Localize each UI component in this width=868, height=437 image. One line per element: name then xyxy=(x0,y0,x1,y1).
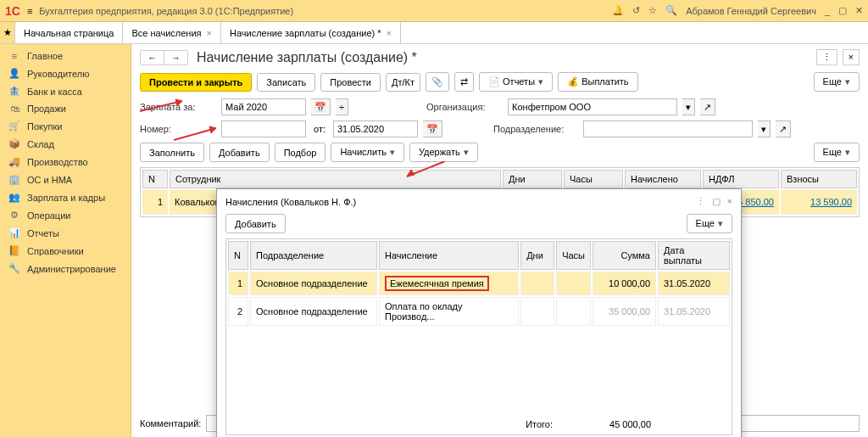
number-label: Номер: xyxy=(140,124,216,134)
table-toolbar: Заполнить Добавить Подбор Начислить▾ Уде… xyxy=(140,143,860,162)
gear-icon: ⚙ xyxy=(8,210,20,221)
user-name[interactable]: Абрамов Геннадий Сергеевич xyxy=(686,6,816,16)
withhold-button[interactable]: Удержать▾ xyxy=(409,143,478,162)
calendar-icon[interactable]: 📅 xyxy=(423,120,442,137)
attach-icon[interactable]: 📎 xyxy=(426,72,449,92)
org-input[interactable] xyxy=(508,98,677,115)
modal-more-button[interactable]: Еще▾ xyxy=(687,214,732,233)
kebab-icon[interactable]: ⋮ xyxy=(816,49,837,65)
post-and-close-button[interactable]: Провести и закрыть xyxy=(140,73,252,92)
accruals-table[interactable]: N Подразделение Начисление Дни Часы Сумм… xyxy=(225,238,732,435)
sidebar: ≡Главное 👤Руководителю 🏦Банк и касса 🛍Пр… xyxy=(0,44,131,437)
accrual-type-cell: Ежемесячная премия xyxy=(385,276,489,291)
topbar: 1С ≡ Бухгалтерия предприятия, редакция 3… xyxy=(0,0,868,22)
sidebar-item-stock[interactable]: 📦Склад xyxy=(0,135,131,153)
tab-start[interactable]: Начальная страница xyxy=(15,22,123,43)
sidebar-item-manager[interactable]: 👤Руководителю xyxy=(0,64,131,82)
sidebar-item-operations[interactable]: ⚙Операции xyxy=(0,206,131,224)
minimize-icon[interactable]: _ xyxy=(825,6,830,16)
page-title: Начисление зарплаты (создание) * xyxy=(197,50,417,65)
from-label: от: xyxy=(311,124,328,134)
sidebar-item-production[interactable]: 🚚Производство xyxy=(0,153,131,171)
chart-icon: 📊 xyxy=(8,227,20,238)
totals-row: Итого: 45 000,00 xyxy=(228,414,730,433)
exchange-icon[interactable]: ⇄ xyxy=(454,72,474,92)
close-icon[interactable]: × xyxy=(387,28,392,38)
nav-forward-icon[interactable]: → xyxy=(164,51,187,64)
nav-arrows: ← → xyxy=(140,50,188,65)
division-input[interactable] xyxy=(583,120,753,137)
box-icon: 📦 xyxy=(8,138,20,149)
bag-icon: 🛍 xyxy=(8,104,20,114)
tab-home-marker[interactable]: ★ xyxy=(0,22,15,43)
menu-icon[interactable]: ≡ xyxy=(27,6,32,16)
sidebar-item-main[interactable]: ≡Главное xyxy=(0,48,131,64)
maximize-icon[interactable]: ▢ xyxy=(712,196,721,207)
stepper-icon[interactable]: ÷ xyxy=(336,98,348,115)
sidebar-item-admin[interactable]: 🔧Администрирование xyxy=(0,260,131,277)
book-icon: 📙 xyxy=(8,245,20,256)
number-input[interactable] xyxy=(221,120,306,137)
sidebar-item-reports[interactable]: 📊Отчеты xyxy=(0,224,131,242)
select-button[interactable]: Подбор xyxy=(275,143,326,162)
bank-icon: 🏦 xyxy=(8,86,20,97)
dropdown-icon[interactable]: ▾ xyxy=(758,120,771,137)
cart-icon: 🛒 xyxy=(8,120,20,132)
table-row[interactable]: 1 Основное подразделение Ежемесячная пре… xyxy=(228,272,730,295)
fill-button[interactable]: Заполнить xyxy=(140,143,204,162)
add-button[interactable]: Добавить xyxy=(209,143,270,162)
people-icon: 👥 xyxy=(8,192,20,203)
truck-icon: 🚚 xyxy=(8,156,20,167)
open-icon[interactable]: ↗ xyxy=(776,120,791,137)
calendar-icon[interactable]: 📅 xyxy=(311,98,331,115)
pay-button[interactable]: 💰 Выплатить xyxy=(558,72,638,92)
search-icon[interactable]: 🔍 xyxy=(665,5,677,16)
division-label: Подразделение: xyxy=(493,124,578,134)
wrench-icon: 🔧 xyxy=(8,263,20,274)
post-button[interactable]: Провести xyxy=(320,73,381,92)
list-icon: ≡ xyxy=(8,51,20,61)
org-label: Организация: xyxy=(426,102,503,112)
app-title: Бухгалтерия предприятия, редакция 3.0 (1… xyxy=(39,6,612,16)
logo-1c: 1С xyxy=(5,4,20,18)
comment-label: Комментарий: xyxy=(140,418,201,429)
dt-kt-icon[interactable]: Дт/Кт xyxy=(386,73,420,92)
contrib-link: 13 590,00 xyxy=(810,197,852,207)
sidebar-item-directories[interactable]: 📙Справочники xyxy=(0,242,131,260)
sidebar-item-purchases[interactable]: 🛒Покупки xyxy=(0,117,131,135)
salary-for-input[interactable] xyxy=(221,98,306,115)
more-button[interactable]: Еще▾ xyxy=(814,72,860,92)
sidebar-item-bank[interactable]: 🏦Банк и касса xyxy=(0,82,131,100)
sidebar-item-assets[interactable]: 🏢ОС и НМА xyxy=(0,171,131,188)
close-icon[interactable]: × xyxy=(207,28,212,38)
sidebar-item-sales[interactable]: 🛍Продажи xyxy=(0,100,131,117)
building-icon: 🏢 xyxy=(8,174,20,185)
from-input[interactable] xyxy=(333,120,418,137)
close-page-icon[interactable]: × xyxy=(843,49,860,65)
kebab-icon[interactable]: ⋮ xyxy=(696,196,705,207)
save-button[interactable]: Записать xyxy=(257,73,315,92)
maximize-icon[interactable]: ▢ xyxy=(838,5,847,16)
dropdown-icon[interactable]: ▾ xyxy=(682,98,695,115)
sidebar-item-salary[interactable]: 👥Зарплата и кадры xyxy=(0,188,131,206)
close-icon[interactable]: ✕ xyxy=(855,5,863,16)
modal-toolbar: Добавить Еще▾ xyxy=(225,214,732,233)
nav-back-icon[interactable]: ← xyxy=(141,51,164,64)
user-icon: 👤 xyxy=(8,68,20,79)
more-table-button[interactable]: Еще▾ xyxy=(814,143,860,162)
tab-all-accruals[interactable]: Все начисления× xyxy=(123,22,221,43)
ndfl-link: 5 850,00 xyxy=(737,197,774,207)
modal-title-bar: Начисления (Ковальков Н. Ф.) ⋮ ▢ × xyxy=(217,189,741,214)
open-icon[interactable]: ↗ xyxy=(700,98,715,115)
close-icon[interactable]: × xyxy=(727,196,732,207)
modal-add-button[interactable]: Добавить xyxy=(225,214,286,233)
accruals-modal: Начисления (Ковальков Н. Ф.) ⋮ ▢ × Добав… xyxy=(216,188,742,437)
history-icon[interactable]: ↺ xyxy=(632,5,640,16)
star-icon[interactable]: ☆ xyxy=(648,5,657,16)
accrue-button[interactable]: Начислить▾ xyxy=(331,143,404,162)
tab-accrual-create[interactable]: Начисление зарплаты (создание) *× xyxy=(221,22,401,43)
reports-button[interactable]: 📄 Отчеты▾ xyxy=(479,72,553,92)
table-row[interactable]: 2 Основное подразделение Оплата по оклад… xyxy=(228,297,730,326)
bell-icon[interactable]: 🔔 xyxy=(612,5,624,16)
tabs: ★ Начальная страница Все начисления× Нач… xyxy=(0,22,868,44)
